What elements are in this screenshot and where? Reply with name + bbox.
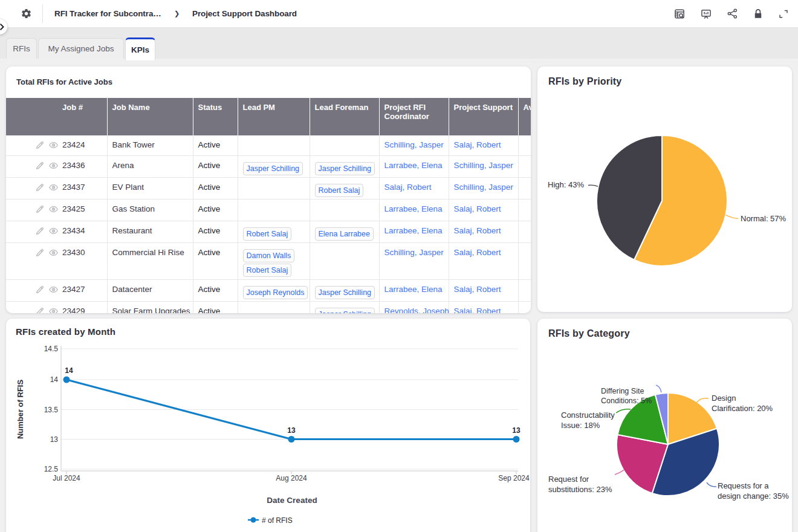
svg-text:12.5: 12.5 [44,465,59,473]
svg-text:Aug 2024: Aug 2024 [276,474,307,482]
svg-text:substitutions: 23%: substitutions: 23% [548,485,612,494]
svg-text:Normal: 57%: Normal: 57% [741,214,787,223]
svg-text:14: 14 [65,366,73,375]
svg-text:Jul 2024: Jul 2024 [53,474,80,482]
svg-text:14.5: 14.5 [44,345,59,353]
svg-text:Request for: Request for [548,475,589,484]
svg-text:Constructability: Constructability [561,410,615,420]
svg-text:13: 13 [512,426,521,435]
svg-text:Requests for a: Requests for a [718,481,769,490]
svg-text:Differing Site: Differing Site [601,387,644,395]
svg-text:Clarification: 20%: Clarification: 20% [712,404,773,413]
svg-text:design change: 35%: design change: 35% [718,491,789,501]
svg-text:Number of RFIS: Number of RFIS [16,380,25,440]
svg-text:13: 13 [287,426,296,435]
svg-text:High: 43%: High: 43% [548,180,584,189]
svg-text:Conditions: 5%: Conditions: 5% [601,397,652,405]
svg-text:13.5: 13.5 [44,406,59,414]
svg-text:14: 14 [50,375,59,384]
svg-text:13: 13 [50,435,59,444]
svg-text:# of RFIS: # of RFIS [262,516,293,525]
svg-text:Issue: 18%: Issue: 18% [561,421,600,430]
svg-text:Sep 2024: Sep 2024 [498,474,530,482]
svg-text:Date Created: Date Created [267,496,317,505]
svg-text:Design: Design [712,394,736,403]
